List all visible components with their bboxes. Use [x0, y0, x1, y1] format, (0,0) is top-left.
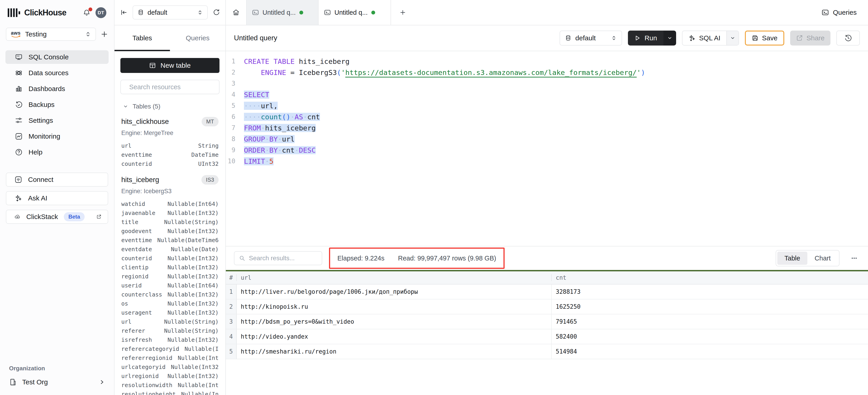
- sidebar-item-dashboards[interactable]: Dashboards: [5, 82, 108, 95]
- column-row[interactable]: url Nullable(String): [120, 317, 219, 326]
- add-workspace-button[interactable]: [100, 30, 108, 38]
- refresh-button[interactable]: [213, 9, 220, 16]
- dots-horizontal-icon: [850, 254, 858, 262]
- query-tab-2[interactable]: Untitled q...: [319, 0, 391, 25]
- cell-url[interactable]: http://smeshariki.ru/region: [237, 344, 552, 359]
- toggle-table[interactable]: Table: [777, 252, 807, 265]
- cell-cnt[interactable]: 1625250: [552, 300, 868, 314]
- database-selector[interactable]: default: [133, 5, 208, 20]
- column-row[interactable]: url String: [120, 141, 219, 150]
- column-row[interactable]: counterclass Nullable(Int32): [120, 290, 219, 299]
- connect-button[interactable]: Connect: [6, 173, 108, 187]
- search-results-input[interactable]: [249, 255, 317, 262]
- sidebar-item-help[interactable]: Help: [5, 145, 108, 159]
- collapse-sidebar-button[interactable]: [120, 9, 128, 16]
- column-row[interactable]: refererregionid Nullable(Int: [120, 353, 219, 362]
- column-row[interactable]: eventdate Nullable(Date): [120, 245, 219, 254]
- column-row[interactable]: eventtime Nullable(DateTime6: [120, 235, 219, 245]
- sql-ai-button[interactable]: SQL AI: [682, 31, 726, 45]
- table-name-row[interactable]: hits_clickhouse MT: [120, 117, 219, 126]
- toggle-chart[interactable]: Chart: [807, 252, 838, 265]
- run-button[interactable]: Run: [628, 31, 663, 46]
- column-name: counterclass: [121, 291, 167, 298]
- table-row[interactable]: 1 http://liver.ru/belgorod/page/1006.jки…: [226, 284, 868, 300]
- header-index[interactable]: #: [226, 274, 237, 281]
- sidebar-item-monitoring[interactable]: Monitoring: [5, 130, 108, 143]
- sidebar-item-data-sources[interactable]: Data sources: [5, 66, 108, 80]
- editor-database-selector[interactable]: default: [560, 31, 622, 46]
- cell-cnt[interactable]: 582400: [552, 329, 868, 344]
- line-chart-icon: [15, 133, 23, 140]
- column-row[interactable]: urlcategoryid Nullable(Int32: [120, 362, 219, 371]
- column-type: Nullable(Int64): [167, 201, 219, 207]
- sql-editor[interactable]: 1CREATE TABLE hits_iceberg2 ENGINE = Ice…: [226, 51, 868, 246]
- column-row[interactable]: isrefresh Nullable(Int32): [120, 335, 219, 344]
- results-toolbar: Elapsed: 9.224s Read: 99,997,497 rows (9…: [226, 246, 868, 270]
- table-row[interactable]: 3 http://bdsm_po_yers=0&with_video 79146…: [226, 314, 868, 329]
- cell-url[interactable]: http://liver.ru/belgorod/page/1006.jки/д…: [237, 284, 552, 299]
- table-row[interactable]: 5 http://smeshariki.ru/region 514984: [226, 344, 868, 359]
- column-row[interactable]: urlregionid Nullable(Int32): [120, 371, 219, 380]
- code-lines: 1CREATE TABLE hits_iceberg2 ENGINE = Ice…: [226, 56, 868, 167]
- sql-ai-options-button[interactable]: [726, 31, 739, 45]
- sidebar-item-settings[interactable]: Settings: [5, 114, 108, 127]
- column-row[interactable]: resolutionheight Nullable(In: [120, 390, 219, 395]
- column-name: resolutionwidth: [121, 382, 178, 389]
- query-header: Untitled query default Run: [226, 25, 868, 51]
- column-row[interactable]: watchid Nullable(Int64): [120, 199, 219, 208]
- avatar[interactable]: DT: [95, 7, 106, 18]
- tab-queries[interactable]: Queries: [170, 25, 225, 51]
- run-options-button[interactable]: [663, 31, 676, 46]
- sidebar-item-backups[interactable]: Backups: [5, 98, 108, 111]
- cell-cnt[interactable]: 791465: [552, 314, 868, 329]
- cell-cnt[interactable]: 514984: [552, 344, 868, 359]
- tab-tables[interactable]: Tables: [115, 25, 170, 51]
- cell-url[interactable]: http://video.yandex: [237, 329, 552, 344]
- new-table-button[interactable]: New table: [120, 58, 219, 73]
- chevron-down-icon: [123, 104, 128, 109]
- cell-cnt[interactable]: 3288173: [552, 284, 868, 299]
- home-icon: [232, 9, 240, 16]
- header-url[interactable]: url: [237, 274, 552, 281]
- column-row[interactable]: counterid Nullable(Int32): [120, 254, 219, 263]
- clickstack-button[interactable]: ClickStack Beta: [6, 210, 108, 224]
- cell-url[interactable]: http://kinopoisk.ru: [237, 300, 552, 314]
- query-tab-1[interactable]: Untitled q...: [246, 0, 319, 25]
- column-row[interactable]: title Nullable(String): [120, 218, 219, 226]
- column-row[interactable]: clientip Nullable(Int32): [120, 263, 219, 272]
- column-row[interactable]: referercategoryid Nullable(I: [120, 344, 219, 353]
- query-title[interactable]: Untitled query: [234, 34, 277, 42]
- column-row[interactable]: goodevent Nullable(Int32): [120, 226, 219, 235]
- column-row[interactable]: counterid UInt32: [120, 159, 219, 168]
- column-row[interactable]: userid Nullable(Int64): [120, 281, 219, 290]
- column-row[interactable]: referer Nullable(String): [120, 326, 219, 335]
- table-row[interactable]: 2 http://kinopoisk.ru 1625250: [226, 300, 868, 314]
- notifications-button[interactable]: [83, 9, 91, 17]
- table-name-row[interactable]: hits_iceberg IS3: [120, 175, 219, 185]
- column-row[interactable]: os Nullable(Int32): [120, 299, 219, 308]
- sidebar-item-sql-console[interactable]: SQL Console: [5, 50, 108, 64]
- column-row[interactable]: regionid Nullable(Int32): [120, 272, 219, 281]
- workspace-select[interactable]: aws Testing: [6, 28, 96, 41]
- table-row[interactable]: 4 http://video.yandex 582400: [226, 329, 868, 344]
- results-menu-button[interactable]: [850, 254, 858, 262]
- column-row[interactable]: useragent Nullable(Int32): [120, 308, 219, 317]
- cell-url[interactable]: http://bdsm_po_yers=0&with_video: [237, 314, 552, 329]
- column-row[interactable]: eventtime DateTime: [120, 150, 219, 159]
- share-button[interactable]: Share: [790, 31, 831, 46]
- column-row[interactable]: resolutionwidth Nullable(Int: [120, 380, 219, 390]
- history-icon: [15, 101, 23, 109]
- query-stats-highlight: Elapsed: 9.224s Read: 99,997,497 rows (9…: [329, 248, 505, 269]
- save-button[interactable]: Save: [745, 31, 784, 46]
- new-tab-button[interactable]: [391, 0, 414, 25]
- column-row[interactable]: javaenable Nullable(Int32): [120, 208, 219, 218]
- query-history-button[interactable]: [836, 31, 860, 46]
- ask-ai-button[interactable]: Ask AI: [6, 191, 108, 205]
- header-cnt[interactable]: cnt: [552, 274, 868, 281]
- search-resources-input[interactable]: [129, 83, 215, 91]
- queries-button[interactable]: Queries: [822, 0, 857, 25]
- home-button[interactable]: [232, 9, 240, 16]
- organization-switcher[interactable]: Test Org: [9, 378, 105, 386]
- tables-group-header[interactable]: Tables (5): [120, 103, 219, 110]
- code-line: 4SELECT: [226, 89, 868, 100]
